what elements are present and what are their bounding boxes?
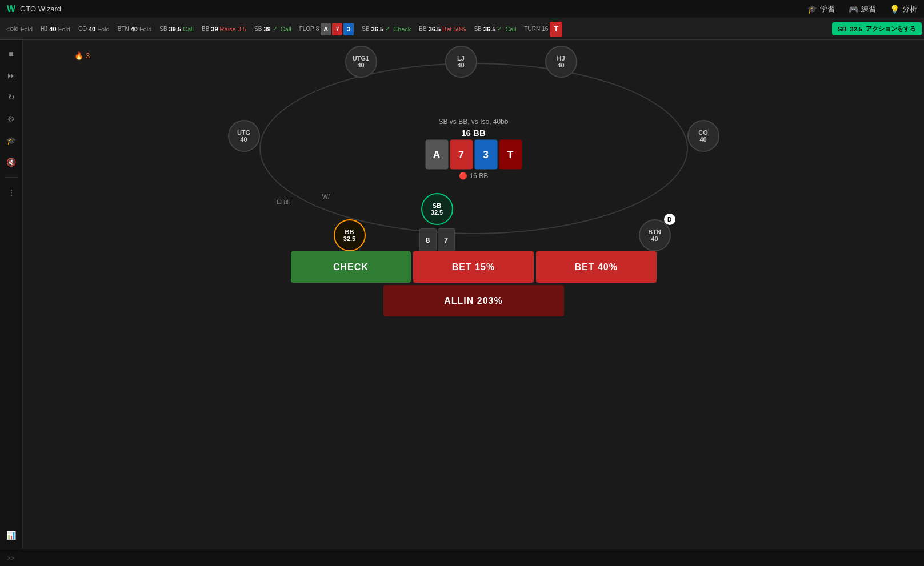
community-card-t: T [499,140,522,170]
main-content: ■ ⏭ ↻ ⚙ 🎓 🔇 ⋮ 📊 🔥 3 UTG1 40 [0,40,924,549]
seat-circle-sb: SB 32.5 [421,193,453,225]
action-flop: FLOP 8 A 7 3 [296,21,358,37]
app-title: GTO Wizard [20,5,61,13]
action-current: SB 32.5 アクションをする [832,22,922,35]
action-bb-bet: BB 36.5 Bet 50% [415,24,469,34]
table-icon: ⊞ [277,198,282,206]
seat-btn: D BTN 40 [639,219,671,251]
pot-below: 🔴 16 BB [459,172,489,180]
flame-icon: 🔥 [74,51,83,60]
sidebar-divider [5,177,18,178]
seat-circle-btn: BTN 40 [639,219,671,251]
bet40-button[interactable]: BET 40% [536,251,657,283]
sidebar-icon-settings[interactable]: ⚙ [2,110,21,128]
community-card-3: 3 [474,140,497,170]
seat-co: CO 40 [687,120,719,152]
hole-card-8: 8 [419,228,437,251]
poker-table: UTG1 40 LJ 40 HJ 40 [259,63,688,234]
seat-utg: UTG 40 [228,120,260,152]
nav-practice-label: 練習 [861,4,876,14]
seat-utg1: UTG1 40 [345,46,377,78]
side-pot-area: ⊞ 85 [277,198,291,206]
flop-card-a: A [321,23,331,35]
action-turn: TURN 16 T [521,20,566,38]
turn-card: T [550,22,562,37]
action-sb-check: SB 36.5 ✓ Check [358,23,414,34]
action-current-label: アクションをする [866,25,916,33]
streak-badge: 🔥 3 [74,51,90,60]
action-bb-raise: BB 39 Raise 3.5 [198,24,250,34]
scenario-label: SB vs BB, vs Iso, 40bb [438,118,508,126]
sidebar-icon-stop[interactable]: ■ [2,45,21,63]
sidebar-icon-mute[interactable]: 🔇 [2,153,21,171]
bottom-bar: >> [0,549,924,566]
action-bar: ◁old Fold HJ 40 Fold CO 40 Fold BTN 40 F… [0,18,924,40]
seat-sb: SB 32.5 8 7 [419,193,455,251]
learn-icon: 🎓 [807,5,817,14]
seat-bb: BB 32.5 [334,219,366,251]
app-logo: W [7,4,15,14]
action-old-fold: ◁old Fold [2,23,36,34]
allin-button[interactable]: ALLIN 203% [383,285,564,316]
sidebar: ■ ⏭ ↻ ⚙ 🎓 🔇 ⋮ 📊 [0,40,23,549]
pot-amount: 16 BB [461,128,486,138]
action-row-2: ALLIN 203% [291,285,657,316]
action-co-fold: CO 40 Fold [75,24,113,34]
seat-circle-utg1: UTG1 40 [345,46,377,78]
analyze-icon: 💡 [890,5,899,14]
seat-circle-bb: BB 32.5 [334,219,366,251]
title-nav: 🎓 学習 🎮 練習 💡 分析 [807,4,917,14]
seat-circle-co: CO 40 [687,120,719,152]
seat-circle-hj: HJ 40 [545,46,577,78]
side-pot-value: 85 [284,199,291,206]
pot-area: SB vs BB, vs Iso, 40bb 16 BB A 7 3 T 🔴 1… [425,118,522,180]
action-sb-call1: SB 39.5 Call [156,24,197,34]
action-row-1: CHECK BET 15% BET 40% [291,251,657,283]
streak-count: 3 [86,51,90,60]
community-card-a: A [425,140,448,170]
title-bar: W GTO Wizard 🎓 学習 🎮 練習 💡 分析 [0,0,924,18]
nav-practice[interactable]: 🎮 練習 [849,4,876,14]
expand-icon[interactable]: >> [7,555,14,561]
seat-hj: HJ 40 [545,46,577,78]
seat-circle-lj: LJ 40 [445,46,477,78]
community-cards: A 7 3 T [425,140,522,170]
flop-cards: A 7 3 [321,23,354,35]
sb-hole-cards: 8 7 [419,228,455,251]
dealer-button: D [664,214,675,225]
flop-card-7: 7 [332,23,342,35]
pot-below-amount: 16 BB [470,172,489,180]
hole-card-7: 7 [438,228,455,251]
practice-icon: 🎮 [849,5,858,14]
check-button[interactable]: CHECK [291,251,411,283]
seat-lj: LJ 40 [445,46,477,78]
action-sb-call3: SB 36.5 ✓ Call [471,23,520,34]
table-area: 🔥 3 UTG1 40 LJ 40 [23,40,924,549]
bet15-button[interactable]: BET 15% [413,251,534,283]
wo-label: W/ [322,193,330,200]
action-hj-fold: HJ 40 Fold [37,24,74,34]
sidebar-icon-skip[interactable]: ⏭ [2,66,21,85]
action-btn-fold: BTN 40 Fold [114,24,155,34]
nav-analyze[interactable]: 💡 分析 [890,4,917,14]
community-card-7: 7 [450,140,473,170]
nav-analyze-label: 分析 [902,4,917,14]
chip-icon: 🔴 [459,172,467,180]
sidebar-icon-chart[interactable]: 📊 [2,526,21,544]
sidebar-icon-school[interactable]: 🎓 [2,131,21,150]
sidebar-icon-refresh[interactable]: ↻ [2,88,21,106]
flop-card-3: 3 [343,23,354,35]
seat-circle-utg: UTG 40 [228,120,260,152]
action-sb-call2: SB 39 ✓ Call [251,23,295,34]
nav-learn[interactable]: 🎓 学習 [807,4,835,14]
action-buttons: CHECK BET 15% BET 40% ALLIN 203% [291,251,657,316]
sidebar-icon-more[interactable]: ⋮ [2,183,21,202]
nav-learn-label: 学習 [820,4,835,14]
